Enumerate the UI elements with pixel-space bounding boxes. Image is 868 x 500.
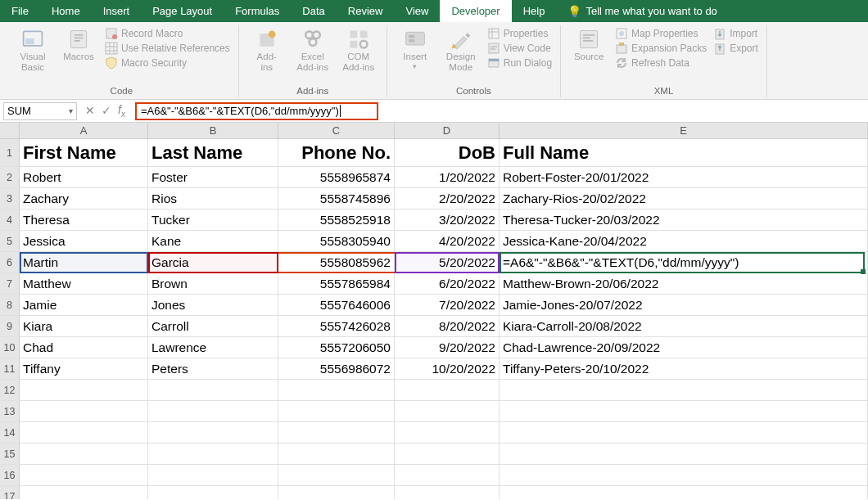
empty-cell[interactable] [278,401,395,421]
empty-cell[interactable] [395,486,500,499]
empty-cell[interactable] [500,444,868,464]
empty-cell[interactable] [395,422,500,443]
col-header-c[interactable]: C [278,123,395,138]
data-cell[interactable]: 5557865984 [278,273,395,294]
select-all-corner[interactable] [0,123,20,138]
insert-control-button[interactable]: Insert▾ [396,27,435,71]
data-cell[interactable]: 5556986072 [278,358,395,379]
data-cell[interactable]: Kane [148,231,278,251]
data-cell[interactable]: Jamie-Jones-20/07/2022 [500,295,868,315]
tab-help[interactable]: Help [512,0,557,22]
refresh-data-button[interactable]: Refresh Data [615,56,707,70]
tab-developer[interactable]: Developer [440,0,511,22]
row-header[interactable]: 3 [0,188,20,209]
expansion-packs-button[interactable]: Expansion Packs [615,42,707,55]
data-cell[interactable]: Zachary [20,188,148,209]
view-code-button[interactable]: View Code [487,42,552,55]
row-header[interactable]: 4 [0,209,20,230]
data-cell[interactable]: Jessica [20,231,148,251]
data-cell[interactable]: Kiara-Carroll-20/08/2022 [500,316,868,336]
data-cell[interactable]: Chad-Lawrence-20/09/2022 [500,337,868,358]
data-cell[interactable]: Kiara [20,316,148,336]
data-cell[interactable]: 2/20/2022 [395,188,500,209]
header-cell[interactable]: First Name [20,139,148,166]
data-cell[interactable]: Brown [148,273,278,294]
macro-security-button[interactable]: Macro Security [105,56,230,70]
formula-input[interactable]: =A6&"-"&B6&"-"&TEXT(D6,"dd/mm/yyyy") [135,102,378,120]
row-header[interactable]: 15 [0,444,20,464]
header-cell[interactable]: Full Name [500,139,868,166]
empty-cell[interactable] [20,401,148,421]
empty-cell[interactable] [148,444,278,464]
empty-cell[interactable] [278,465,395,485]
empty-cell[interactable] [500,486,868,499]
data-cell[interactable]: Rios [148,188,278,209]
accept-formula-button[interactable]: ✓ [102,104,111,117]
data-cell[interactable]: 5558745896 [278,188,395,209]
row-header[interactable]: 6 [0,252,20,273]
chevron-down-icon[interactable]: ▾ [69,106,73,115]
row-header[interactable]: 13 [0,401,20,421]
data-cell[interactable]: Garcia [148,252,278,273]
empty-cell[interactable] [278,486,395,499]
record-macro-button[interactable]: Record Macro [105,27,230,40]
data-cell[interactable]: Matthew-Brown-20/06/2022 [500,273,868,294]
data-cell[interactable]: 5558965874 [278,167,395,187]
data-cell[interactable]: 5558085962 [278,252,395,273]
data-cell[interactable]: Tucker [148,209,278,230]
empty-cell[interactable] [395,380,500,400]
data-cell[interactable]: 3/20/2022 [395,209,500,230]
com-addins-button[interactable]: COM Add-ins [339,27,378,73]
data-cell[interactable]: Jones [148,295,278,315]
xml-source-button[interactable]: Source [569,27,608,62]
empty-cell[interactable] [500,422,868,443]
row-header[interactable]: 11 [0,358,20,379]
empty-cell[interactable] [500,380,868,400]
spreadsheet-grid[interactable]: A B C D E 1First NameLast NamePhone No.D… [0,123,868,499]
row-header[interactable]: 1 [0,139,20,166]
empty-cell[interactable] [148,465,278,485]
tab-file[interactable]: File [0,0,40,22]
data-cell[interactable]: Theresa-Tucker-20/03/2022 [500,209,868,230]
data-cell[interactable]: 5557646006 [278,295,395,315]
data-cell[interactable]: 6/20/2022 [395,273,500,294]
empty-cell[interactable] [278,422,395,443]
empty-cell[interactable] [148,380,278,400]
tab-formulas[interactable]: Formulas [224,0,291,22]
data-cell[interactable]: Jamie [20,295,148,315]
data-cell[interactable]: 10/20/2022 [395,358,500,379]
row-header[interactable]: 5 [0,231,20,251]
row-header[interactable]: 7 [0,273,20,294]
data-cell[interactable]: 8/20/2022 [395,316,500,336]
run-dialog-button[interactable]: Run Dialog [487,56,552,70]
design-mode-button[interactable]: Design Mode [441,27,481,73]
data-cell[interactable]: Chad [20,337,148,358]
data-cell[interactable]: Jessica-Kane-20/04/2022 [500,231,868,251]
data-cell[interactable]: 5/20/2022 [395,252,500,273]
visual-basic-button[interactable]: Visual Basic [13,27,52,73]
xml-import-button[interactable]: Import [713,27,758,40]
data-cell[interactable]: Tiffany [20,358,148,379]
empty-cell[interactable] [148,422,278,443]
tab-insert[interactable]: Insert [92,0,142,22]
row-header[interactable]: 17 [0,486,20,499]
row-header[interactable]: 12 [0,380,20,400]
cancel-formula-button[interactable]: ✕ [85,104,95,117]
data-cell[interactable]: Foster [148,167,278,187]
data-cell[interactable]: Robert-Foster-20/01/2022 [500,167,868,187]
data-cell[interactable]: Carroll [148,316,278,336]
data-cell[interactable]: Robert [20,167,148,187]
tab-pagelayout[interactable]: Page Layout [141,0,224,22]
empty-cell[interactable] [20,444,148,464]
data-cell[interactable]: Lawrence [148,337,278,358]
header-cell[interactable]: Last Name [148,139,278,166]
relative-refs-button[interactable]: Use Relative References [105,42,230,55]
name-box[interactable]: SUM▾ [3,102,77,120]
empty-cell[interactable] [20,486,148,499]
empty-cell[interactable] [278,444,395,464]
header-cell[interactable]: DoB [395,139,500,166]
data-cell[interactable]: 5558305940 [278,231,395,251]
data-cell[interactable]: Theresa [20,209,148,230]
data-cell[interactable]: Matthew [20,273,148,294]
row-header[interactable]: 10 [0,337,20,358]
